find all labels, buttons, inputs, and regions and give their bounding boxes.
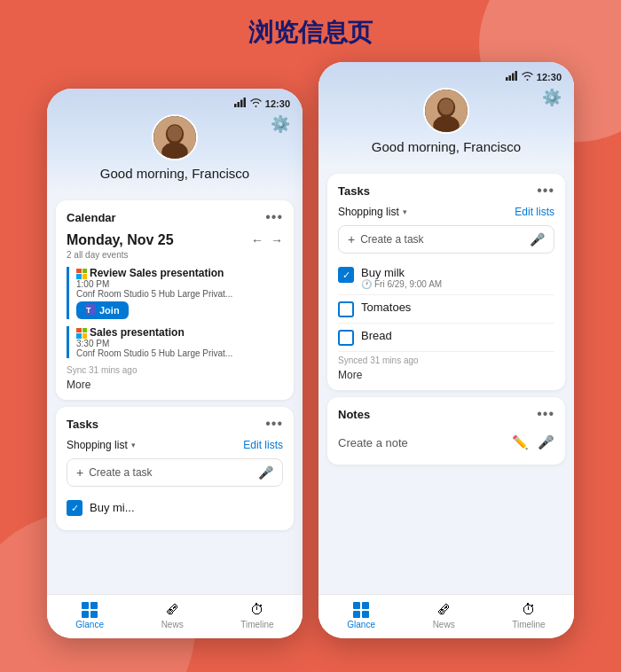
calendar-event-2: Sales presentation 3:30 PM Conf Room Stu… (67, 326, 283, 358)
task-2-checkbox[interactable] (338, 301, 354, 317)
event-1-title: Review Sales presentation (76, 267, 283, 279)
date-nav: ← → (251, 233, 283, 247)
shopping-list-name-right: Shopping list (338, 206, 399, 218)
task-2-name: Tomatoes (361, 301, 554, 314)
create-note-text: Create a note (338, 436, 408, 449)
right-bottom-nav: Glance 🗞 News ⏱ Timeline (318, 594, 574, 638)
shopping-row-left: Shopping list ▾ Edit lists (67, 439, 283, 451)
dropdown-arrow-left[interactable]: ▾ (131, 441, 136, 449)
partial-task-info: Buy mi... (90, 501, 283, 514)
right-phone-header: 12:30 ⚙️ Good morning, Francisco (318, 62, 574, 167)
partial-task: ✓ Buy mi... (67, 494, 283, 521)
task-item-3: Bread (338, 324, 554, 352)
create-task-left-content: + Create a task (76, 465, 153, 480)
calendar-dots-menu[interactable]: ••• (265, 209, 283, 225)
next-arrow[interactable]: → (271, 233, 283, 247)
event-2-location: Conf Room Studio 5 Hub Large Privat... (76, 348, 254, 358)
left-status-bar: 12:30 (59, 98, 290, 109)
nav-news-label-right: News (433, 620, 455, 629)
create-note-row: Create a note ✏️ 🎤 (338, 429, 554, 456)
dropdown-arrow-right[interactable]: ▾ (403, 207, 407, 216)
partial-task-name: Buy mi... (90, 501, 283, 514)
settings-icon-right[interactable]: ⚙️ (542, 88, 562, 107)
notes-title: Notes (338, 408, 370, 421)
time-display: 12:30 (265, 98, 290, 109)
wifi-icon (250, 98, 262, 109)
mic-icon-notes[interactable]: 🎤 (538, 434, 554, 450)
tasks-sync-right: Synced 31 mins ago (338, 356, 554, 365)
nav-timeline-left[interactable]: ⏱ Timeline (240, 602, 273, 629)
glance-icon-right (353, 602, 369, 618)
svg-point-7 (168, 125, 183, 141)
nav-glance-left[interactable]: Glance (75, 602, 104, 629)
page-title: 浏览信息页 (0, 0, 621, 62)
ms-logo-2 (76, 328, 87, 339)
tasks-dots-left[interactable]: ••• (265, 416, 283, 432)
shopping-label-right: Shopping list ▾ (338, 206, 407, 218)
calendar-title: Calendar (67, 211, 116, 224)
create-task-label-left: Create a task (89, 466, 152, 479)
tasks-card-left: Tasks ••• Shopping list ▾ Edit lists + C… (56, 407, 294, 530)
tasks-header-left: Tasks ••• (67, 416, 283, 432)
task-3-info: Bread (361, 329, 554, 342)
task-item-2: Tomatoes (338, 295, 554, 324)
prev-arrow[interactable]: ← (251, 233, 263, 247)
tasks-header-right: Tasks ••• (338, 183, 554, 199)
notes-dots[interactable]: ••• (537, 406, 554, 422)
nav-news-left[interactable]: 🗞 News (161, 602, 184, 629)
task-1-checkbox[interactable]: ✓ (338, 267, 354, 283)
svg-rect-12 (512, 74, 515, 82)
task-3-name: Bread (361, 329, 554, 342)
calendar-date: Monday, Nov 25 (67, 232, 174, 248)
plus-icon-left: + (76, 465, 83, 480)
pencil-icon[interactable]: ✏️ (512, 434, 529, 450)
left-bottom-nav: Glance 🗞 News ⏱ Timeline (47, 594, 303, 638)
time-display-right: 12:30 (537, 72, 562, 82)
nav-timeline-label-right: Timeline (512, 620, 545, 629)
task-3-checkbox[interactable] (338, 330, 354, 346)
settings-icon-left[interactable]: ⚙️ (271, 114, 290, 134)
calendar-card: Calendar ••• Monday, Nov 25 ← → 2 all da… (56, 200, 294, 400)
tasks-dots-right[interactable]: ••• (537, 183, 554, 199)
task-1-info: Buy milk 🕐 Fri 6/29, 9:00 AM (361, 266, 554, 289)
create-task-row-right[interactable]: + Create a task 🎤 (338, 225, 554, 254)
edit-lists-right[interactable]: Edit lists (515, 206, 554, 218)
tasks-more-right[interactable]: More (338, 369, 554, 381)
shopping-row-right: Shopping list ▾ Edit lists (338, 206, 554, 218)
avatar-settings-right: ⚙️ (331, 88, 562, 134)
tasks-title-left: Tasks (67, 418, 98, 431)
event-1-time: 1:00 PM (76, 279, 283, 289)
partial-checkbox[interactable]: ✓ (67, 500, 83, 516)
left-greeting: Good morning, Francisco (59, 166, 290, 181)
nav-news-right[interactable]: 🗞 News (433, 602, 455, 629)
create-task-row-left[interactable]: + Create a task 🎤 (67, 458, 283, 487)
left-phone-content: Calendar ••• Monday, Nov 25 ← → 2 all da… (47, 193, 303, 637)
right-phone-content: Tasks ••• Shopping list ▾ Edit lists + C… (318, 167, 574, 629)
mic-icon-right[interactable]: 🎤 (530, 232, 545, 246)
tasks-card-right: Tasks ••• Shopping list ▾ Edit lists + C… (327, 174, 565, 390)
calendar-more-link[interactable]: More (67, 379, 283, 391)
plus-icon-right: + (348, 232, 355, 246)
news-icon-left: 🗞 (165, 602, 179, 618)
edit-lists-left[interactable]: Edit lists (243, 439, 283, 451)
join-button[interactable]: T Join (76, 301, 129, 319)
event-2-time: 3:30 PM (76, 339, 283, 348)
phones-container: 12:30 ⚙️ Good morning, Francisco (0, 62, 621, 638)
mic-icon-left[interactable]: 🎤 (258, 465, 273, 480)
phone-right: 12:30 ⚙️ Good morning, Francisco (318, 62, 574, 638)
timeline-icon-left: ⏱ (250, 602, 264, 618)
create-task-label-right: Create a task (360, 233, 423, 246)
phone-left: 12:30 ⚙️ Good morning, Francisco (47, 89, 303, 638)
nav-timeline-right[interactable]: ⏱ Timeline (512, 602, 545, 629)
news-icon-right: 🗞 (436, 602, 451, 618)
join-label: Join (99, 305, 120, 316)
calendar-event-1: Review Sales presentation 1:00 PM Conf R… (67, 267, 283, 319)
teams-icon: T (85, 304, 96, 316)
event-1-location: Conf Room Studio 5 Hub Large Privat... (76, 289, 254, 299)
note-actions: ✏️ 🎤 (512, 434, 554, 450)
task-item-1: ✓ Buy milk 🕐 Fri 6/29, 9:00 AM (338, 261, 554, 295)
glance-icon-left (82, 602, 98, 618)
nav-glance-label-right: Glance (347, 620, 375, 629)
nav-glance-right[interactable]: Glance (347, 602, 375, 629)
all-day-events: 2 all day events (67, 250, 283, 260)
